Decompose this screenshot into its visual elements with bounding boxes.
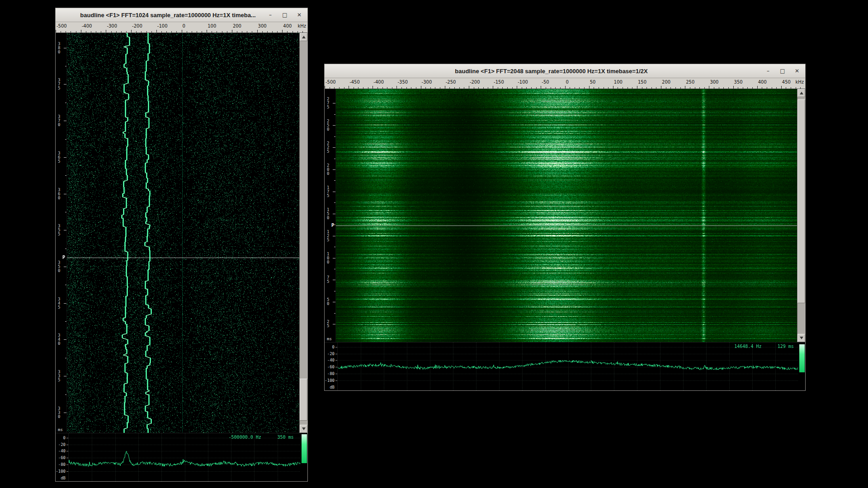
time-tick xyxy=(64,413,66,413)
scroll-up-button[interactable] xyxy=(797,89,805,97)
down-arrow-icon xyxy=(302,427,306,430)
ruler-tick xyxy=(454,87,455,89)
ruler-label: -150 xyxy=(494,80,504,84)
ruler-tick xyxy=(392,87,392,89)
ruler-tick xyxy=(589,86,590,89)
db-tick xyxy=(335,347,337,347)
ruler-label: -200 xyxy=(470,80,480,84)
ruler-tick xyxy=(772,87,772,89)
ruler-tick xyxy=(642,87,642,89)
scrollbar-track[interactable] xyxy=(300,41,307,425)
ruler-tick xyxy=(349,86,349,89)
main-area: 3 8 03 7 53 7 03 6 53 6 03 5 53 5 03 4 5… xyxy=(56,33,307,433)
frequency-ruler[interactable]: -500-400-300-200-1000100200300400kHz xyxy=(56,22,307,33)
ruler-unit-label: kHz xyxy=(794,80,804,84)
time-label: 1 5 0 xyxy=(327,207,329,220)
ruler-tick xyxy=(526,87,527,89)
ruler-tick xyxy=(469,86,469,89)
time-tick xyxy=(334,225,335,225)
time-unit-label: ms xyxy=(327,337,332,341)
ruler-tick xyxy=(61,31,61,33)
ruler-tick xyxy=(106,30,106,33)
ruler-label: -50 xyxy=(542,80,549,84)
minimize-button[interactable]: – xyxy=(267,11,274,19)
minimize-button[interactable]: – xyxy=(764,67,772,75)
time-tick xyxy=(65,103,66,103)
spectrum-plot[interactable]: -500000.0 Hz 350 ms xyxy=(69,433,301,481)
window-controls: – □ ✕ xyxy=(267,8,303,22)
titlebar[interactable]: baudline <F1> FFT=1024 sample_rate=10000… xyxy=(56,8,307,22)
db-label: -80 xyxy=(58,462,66,467)
ruler-tick xyxy=(656,87,656,89)
window-controls: – □ ✕ xyxy=(764,64,801,78)
frequency-ruler[interactable]: -500-450-400-350-300-250-200-150-100-500… xyxy=(325,78,805,89)
time-tick xyxy=(333,302,335,302)
close-button[interactable]: ✕ xyxy=(793,67,801,75)
ruler-tick xyxy=(71,31,71,33)
time-readout: 350 ms xyxy=(278,435,294,440)
spectrogram-canvas[interactable] xyxy=(336,89,797,342)
ruler-tick xyxy=(483,87,484,89)
spectrum-canvas[interactable] xyxy=(69,433,301,481)
ruler-tick xyxy=(202,31,202,33)
spectrum-plot[interactable]: 14648.4 Hz 129 ms xyxy=(338,343,798,390)
ruler-tick xyxy=(302,31,303,33)
ruler-tick xyxy=(131,30,132,33)
ruler-label: -350 xyxy=(397,80,408,84)
ruler-tick xyxy=(680,87,681,89)
ruler-label: -300 xyxy=(107,23,117,28)
ruler-tick xyxy=(440,87,440,89)
ruler-tick xyxy=(76,31,76,33)
time-label: 2 2 5 xyxy=(327,141,329,154)
ruler-tick xyxy=(358,87,359,89)
time-tick xyxy=(333,147,335,148)
time-tick xyxy=(333,324,335,324)
time-label: 3 6 0 xyxy=(58,188,60,200)
ruler-tick xyxy=(406,87,407,89)
time-tick xyxy=(334,159,335,159)
time-tick xyxy=(334,269,335,269)
close-button[interactable]: ✕ xyxy=(296,11,303,19)
level-indicator xyxy=(798,343,805,390)
ruler-tick xyxy=(287,31,288,33)
spectrogram-canvas[interactable] xyxy=(67,33,299,433)
ruler-tick xyxy=(222,31,222,33)
ruler-tick xyxy=(493,86,493,89)
scrollbar-thumb[interactable] xyxy=(300,379,307,421)
up-arrow-icon xyxy=(800,92,803,94)
ruler-tick xyxy=(579,87,580,89)
scrollbar[interactable] xyxy=(299,33,307,433)
maximize-button[interactable]: □ xyxy=(779,67,786,75)
scroll-up-button[interactable] xyxy=(300,33,307,41)
titlebar[interactable]: baudline <F1> FFT=2048 sample_rate=10000… xyxy=(325,64,805,78)
scroll-down-button[interactable] xyxy=(300,425,307,433)
scrollbar[interactable] xyxy=(797,89,805,342)
ruler-tick xyxy=(445,86,445,89)
ruler-tick xyxy=(685,86,685,89)
scrollbar-thumb[interactable] xyxy=(797,99,805,303)
maximize-button[interactable]: □ xyxy=(281,11,288,19)
scrollbar-track[interactable] xyxy=(797,97,805,334)
ruler-tick xyxy=(776,87,777,89)
time-tick xyxy=(333,192,335,192)
time-tick xyxy=(64,339,66,340)
db-label: -100 xyxy=(56,469,66,474)
ruler-tick xyxy=(425,87,426,89)
ruler-tick xyxy=(604,87,604,89)
time-tick xyxy=(334,247,335,247)
scroll-down-button[interactable] xyxy=(797,334,805,342)
db-tick xyxy=(335,360,337,361)
ruler-tick xyxy=(560,87,561,89)
ruler-tick xyxy=(136,31,137,33)
ruler-tick xyxy=(695,87,695,89)
ruler-label: 450 xyxy=(782,80,791,84)
spectrum-canvas[interactable] xyxy=(338,343,798,390)
ruler-tick xyxy=(382,87,383,89)
ruler-label: 200 xyxy=(662,80,670,84)
time-label: 3 4 0 xyxy=(58,333,60,346)
playhead-marker: P xyxy=(331,223,334,228)
ruler-tick xyxy=(699,87,700,89)
ruler-label: -500 xyxy=(57,23,67,28)
time-label: 3 7 5 xyxy=(58,78,60,90)
db-label: -40 xyxy=(58,449,66,453)
